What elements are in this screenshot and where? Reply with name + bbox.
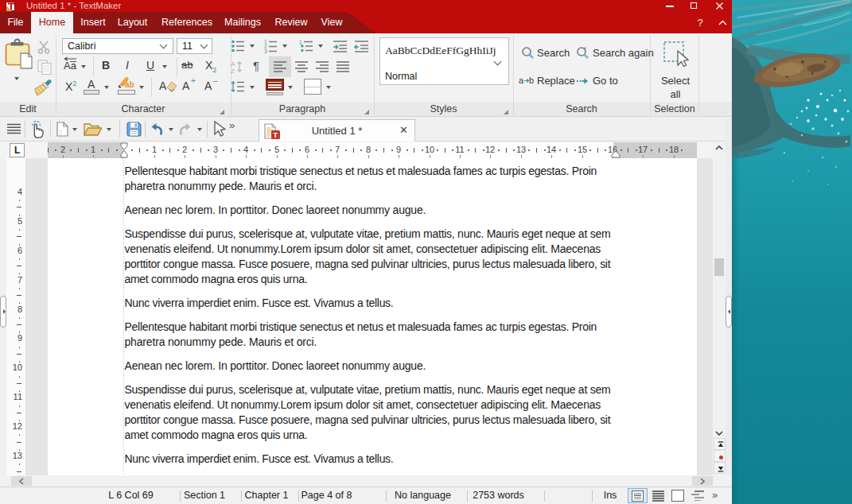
svg-text:ab: ab: [125, 80, 134, 89]
svg-text:Z: Z: [231, 68, 235, 74]
svg-text:A: A: [231, 60, 235, 68]
svg-text:b: b: [529, 76, 534, 85]
svg-text:1: 1: [299, 40, 302, 45]
svg-text:3: 3: [264, 48, 267, 53]
svg-text:a: a: [519, 76, 524, 85]
